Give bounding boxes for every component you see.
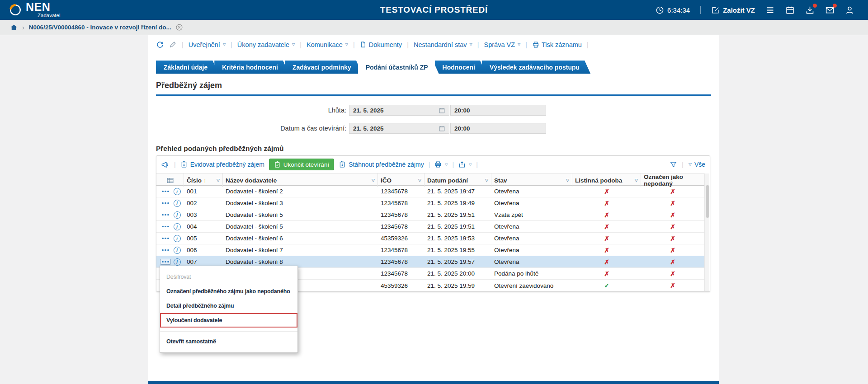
cell-nazev: Dodavatel - školení 5	[223, 211, 378, 218]
chevron-down-icon: ▽	[470, 42, 472, 47]
chevron-down-icon: ▽	[518, 42, 520, 47]
row-menu-icon[interactable]	[160, 259, 171, 265]
filter-icon[interactable]: ▽	[217, 178, 220, 183]
breadcrumb-item[interactable]: N006/25/V00004860 - Inovace v rozvoji ří…	[29, 24, 171, 31]
menu-ukony-zadavatele[interactable]: Úkony zadavatele▽	[237, 41, 295, 48]
row-info-icon[interactable]: i	[174, 258, 181, 266]
col-cislo[interactable]: Číslo↑▽	[184, 173, 223, 187]
menu-uverejneni[interactable]: Uveřejnění▽	[189, 41, 226, 48]
menu-sprava-vz[interactable]: Správa VZ▽	[484, 41, 521, 48]
table-row[interactable]: i 004 Dodavatel - školení 5 12345678 21.…	[156, 221, 704, 233]
row-menu-icon[interactable]	[160, 247, 171, 253]
deadline-date-field[interactable]: 21. 5. 2025	[349, 105, 449, 116]
menu-nestandardni-stav[interactable]: Nestandardní stav▽	[414, 41, 472, 48]
opening-time-field[interactable]: 20:00	[450, 123, 546, 134]
menu-hamburger-icon[interactable]	[765, 5, 775, 15]
ukoncit-otevirani-button[interactable]: Ukončit otevírání	[269, 159, 334, 170]
menu-item-oznaceni-nepodaneho[interactable]: Označení předběžného zájmu jako nepodané…	[160, 284, 297, 299]
opening-date-field[interactable]: 21. 5. 2025	[349, 123, 449, 134]
col-datum-podani[interactable]: Datum podání▽	[425, 173, 491, 187]
chevron-down-icon: ▽	[469, 163, 472, 167]
nen-logo[interactable]: NEN Zadavatel	[0, 1, 61, 19]
col-listinna-podoba[interactable]: Listinná podoba▽	[572, 173, 641, 187]
home-icon[interactable]	[10, 23, 18, 31]
filter-icon[interactable]: ▽	[418, 178, 421, 183]
table-row[interactable]: i 002 Dodavatel - školení 3 12345678 21.…	[156, 197, 704, 209]
cell-nepodany: ✗	[641, 282, 704, 289]
row-menu-icon[interactable]	[160, 224, 171, 230]
cell-nazev: Dodavatel - školení 2	[223, 188, 378, 195]
scrollbar-thumb[interactable]	[706, 185, 709, 218]
edit-icon[interactable]	[169, 41, 177, 48]
table-row[interactable]: i 005 Dodavatel - školení 6 45359326 21.…	[156, 233, 704, 244]
divider: |	[231, 41, 232, 48]
filter-icon[interactable]: ▽	[485, 178, 488, 183]
cell-datum: 21. 5. 2025 19:49	[425, 200, 491, 206]
user-profile-icon[interactable]	[845, 5, 854, 15]
filter-icon[interactable]: ▽	[566, 178, 569, 183]
top-bar: NEN Zadavatel TESTOVACÍ PROSTŘEDÍ 6:34:3…	[0, 0, 868, 20]
col-nazev-dodavatele[interactable]: Název dodavatele▽	[223, 173, 378, 187]
messages-icon[interactable]	[825, 5, 835, 15]
close-tab-icon[interactable]	[175, 23, 183, 31]
vse-filter-dropdown[interactable]: ▽Vše	[688, 161, 705, 168]
print-table-button[interactable]: ▽	[434, 161, 448, 168]
row-menu-icon[interactable]	[160, 200, 171, 206]
table-row[interactable]: i 001 Dodavatel - školení 2 12345678 21.…	[156, 186, 704, 197]
divider: |	[407, 41, 409, 48]
filter-icon[interactable]: ▽	[635, 178, 638, 183]
divider: |	[300, 41, 302, 48]
menu-dokumenty[interactable]: Dokumenty	[360, 41, 402, 48]
tab-zadavaci-podminky[interactable]: Zadávací podmínky	[285, 61, 362, 74]
menu-item-desifrovat[interactable]: Dešifrovat	[160, 270, 297, 284]
row-info-icon[interactable]: i	[174, 235, 181, 242]
downloads-icon[interactable]	[805, 5, 815, 15]
deadline-form: Lhůta: 21. 5. 2025 20:00 Datum a čas ote…	[156, 105, 711, 134]
row-menu-icon[interactable]	[160, 212, 171, 218]
evidovat-zajem-button[interactable]: Evidovat předběžný zájem	[180, 161, 264, 168]
tab-strip: Základní údaje Kritéria hodnocení Zadáva…	[156, 61, 711, 74]
filter-icon[interactable]: ▽	[372, 178, 375, 183]
table-scrollbar[interactable]	[704, 173, 709, 291]
row-info-icon[interactable]: i	[174, 223, 181, 230]
cell-cislo: 003	[184, 211, 223, 218]
cell-datum: 21. 5. 2025 19:57	[425, 258, 491, 265]
calendar-small-icon[interactable]	[439, 125, 445, 132]
menu-komunikace[interactable]: Komunikace▽	[307, 41, 348, 48]
tab-kriteria-hodnoceni[interactable]: Kritéria hodnocení	[214, 61, 289, 74]
table-row[interactable]: i 006 Dodavatel - školení 7 12345678 21.…	[156, 244, 704, 256]
column-chooser-icon[interactable]	[166, 177, 174, 184]
calendar-icon[interactable]	[785, 5, 795, 15]
cell-stav: Otevřena	[491, 223, 572, 230]
export-table-button[interactable]: ▽	[458, 161, 472, 168]
create-vz-button[interactable]: Založit VZ	[711, 6, 755, 14]
table-toolbar: | Evidovat předběžný zájem Ukončit oteví…	[156, 156, 710, 173]
row-info-icon[interactable]: i	[174, 247, 181, 254]
refresh-icon[interactable]	[156, 41, 164, 49]
tab-podani-ucastniku-zp[interactable]: Podání účastníků ZP	[358, 61, 439, 74]
cell-nepodany: ✗	[641, 211, 704, 219]
announcement-icon[interactable]	[161, 160, 170, 169]
tab-hodnoceni[interactable]: Hodnocení	[435, 61, 486, 74]
stahnout-zajmy-button[interactable]: Stáhnout předběžné zájmy	[339, 161, 424, 168]
col-ico[interactable]: IČO▽	[378, 173, 425, 187]
tab-vysledek-zadavaciho-postupu[interactable]: Výsledek zadávacího postupu	[482, 61, 590, 74]
filter-funnel-icon[interactable]	[670, 161, 677, 169]
tab-zakladni-udaje[interactable]: Základní údaje	[156, 61, 218, 74]
menu-tisk-zaznamu[interactable]: Tisk záznamu	[532, 41, 582, 48]
deadline-time-field[interactable]: 20:00	[450, 105, 546, 116]
page-title: Předběžný zájem	[156, 81, 711, 96]
row-info-icon[interactable]: i	[174, 211, 181, 219]
col-stav[interactable]: Stav▽	[491, 173, 572, 187]
table-row[interactable]: i 003 Dodavatel - školení 5 12345678 21.…	[156, 209, 704, 221]
calendar-small-icon[interactable]	[439, 107, 445, 114]
col-oznacen-jako-nepodany[interactable]: Označen jako nepodaný	[641, 173, 704, 187]
row-info-icon[interactable]: i	[174, 200, 181, 207]
row-info-icon[interactable]: i	[174, 188, 181, 195]
chevron-down-icon: ▽	[445, 163, 448, 167]
menu-item-detail-zajmu[interactable]: Detail předběžného zájmu	[160, 299, 297, 313]
menu-item-otevrit-samostatne[interactable]: Otevřít samostatně	[160, 334, 297, 349]
row-menu-icon[interactable]	[160, 235, 171, 242]
menu-item-vylouceni-dodavatele[interactable]: Vyloučení dodavatele	[160, 313, 297, 328]
row-menu-icon[interactable]	[160, 188, 171, 195]
